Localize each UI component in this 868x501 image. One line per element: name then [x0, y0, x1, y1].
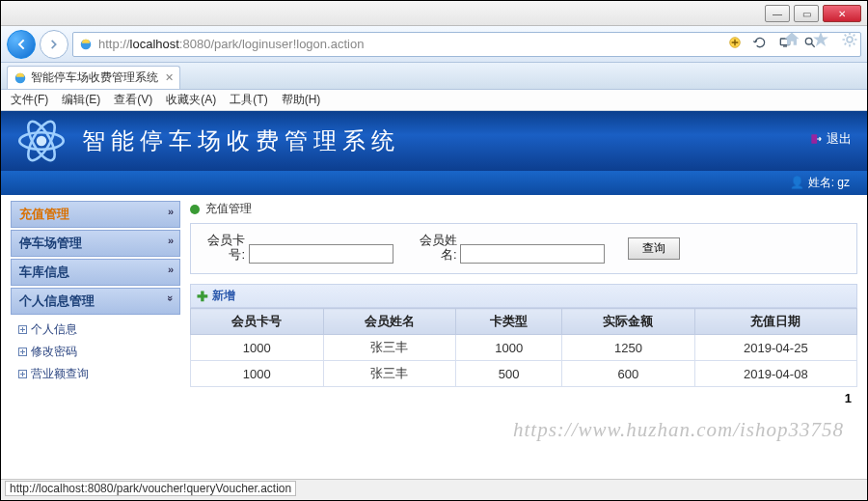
table-cell: 张三丰 — [323, 335, 456, 361]
menu-tools[interactable]: 工具(T) — [230, 92, 267, 108]
pager[interactable]: 1 — [190, 387, 857, 405]
gear-icon[interactable] — [840, 30, 859, 49]
ie-icon — [79, 38, 93, 51]
table-cell: 2019-04-08 — [694, 361, 856, 387]
data-table: 会员卡号会员姓名卡类型实际金额充值日期 1000张三丰100012502019-… — [190, 308, 857, 387]
menu-help[interactable]: 帮助(H) — [282, 92, 321, 108]
label-name: 会员姓名: — [417, 234, 457, 263]
maximize-button[interactable]: ▭ — [794, 5, 819, 22]
table-header: 卡类型 — [456, 309, 562, 335]
plus-icon: ✚ — [197, 289, 208, 304]
sidebar-item-parking[interactable]: 停车场管理» — [11, 230, 180, 257]
query-button[interactable]: 查询 — [628, 237, 680, 260]
app-banner: 智能停车场收费管理系统 退出 — [1, 111, 867, 171]
refresh-icon[interactable] — [751, 34, 769, 51]
crumb-dot-icon — [190, 205, 200, 214]
table-cell: 1000 — [456, 335, 562, 361]
menu-fav[interactable]: 收藏夹(A) — [166, 92, 216, 108]
search-panel: 会员卡号: 会员姓名: 查询 — [190, 223, 857, 274]
svg-rect-10 — [811, 134, 817, 143]
table-cell: 张三丰 — [323, 361, 456, 387]
ie-icon — [14, 71, 27, 85]
table-cell: 1000 — [191, 335, 324, 361]
sidebar-item-personal[interactable]: 个人信息管理» — [11, 288, 180, 315]
back-button[interactable] — [7, 30, 36, 59]
table-cell: 500 — [456, 361, 562, 387]
name-input[interactable] — [460, 244, 605, 264]
sidebar-item-recharge[interactable]: 充值管理» — [11, 201, 180, 228]
menu-view[interactable]: 查看(V) — [114, 92, 152, 108]
logout-icon — [809, 132, 823, 146]
card-input[interactable] — [249, 244, 393, 264]
svg-point-9 — [37, 136, 47, 147]
table-header: 会员卡号 — [191, 309, 324, 335]
window-titlebar: — ▭ ✕ — [1, 1, 867, 26]
table-header: 实际金额 — [562, 309, 695, 335]
add-favorite-icon[interactable] — [726, 34, 744, 51]
user-bar: 👤姓名: gz — [1, 171, 867, 195]
sidebar-item-garage[interactable]: 车库信息» — [11, 259, 180, 286]
table-cell: 2019-04-25 — [694, 335, 856, 361]
tab-label: 智能停车场收费管理系统 — [31, 70, 158, 86]
label-card: 会员卡号: — [204, 234, 245, 263]
tabs-bar: 智能停车场收费管理系统 ✕ — [1, 63, 867, 90]
close-button[interactable]: ✕ — [823, 5, 861, 22]
star-icon[interactable] — [811, 30, 830, 49]
add-new-button[interactable]: ✚新增 — [190, 284, 857, 308]
status-bar: http://localhost:8080/park/voucher!query… — [1, 479, 867, 500]
home-icon[interactable] — [782, 30, 801, 49]
table-header: 会员姓名 — [323, 309, 456, 335]
browser-navbar: http://localhost:8080/park/loginuser!log… — [1, 26, 867, 63]
tab-app[interactable]: 智能停车场收费管理系统 ✕ — [7, 66, 180, 89]
sidebar: 充值管理» 停车场管理» 车库信息» 个人信息管理» 个人信息 修改密码 营业额… — [1, 195, 184, 479]
sidebar-sub-revenue[interactable]: 营业额查询 — [14, 363, 180, 385]
table-cell: 1250 — [562, 335, 695, 361]
table-cell: 600 — [562, 361, 695, 387]
watermark: https://www.huzhan.com/ishop33758 — [513, 418, 844, 442]
system-title: 智能停车场收费管理系统 — [82, 125, 400, 156]
sidebar-sub-password[interactable]: 修改密码 — [14, 341, 180, 363]
menu-file[interactable]: 文件(F) — [11, 92, 48, 108]
logout-link[interactable]: 退出 — [809, 130, 852, 148]
breadcrumb: 充值管理 — [190, 201, 857, 217]
svg-point-4 — [847, 37, 853, 42]
minimize-button[interactable]: — — [765, 5, 790, 22]
forward-button[interactable] — [40, 30, 68, 59]
ie-menubar[interactable]: 文件(F) 编辑(E) 查看(V) 收藏夹(A) 工具(T) 帮助(H) — [1, 90, 867, 111]
table-header: 充值日期 — [694, 309, 856, 335]
logo-atom-icon — [14, 114, 68, 168]
table-row[interactable]: 1000张三丰100012502019-04-25 — [191, 335, 857, 361]
url-text: http://localhost:8080/park/loginuser!log… — [98, 37, 364, 51]
table-row[interactable]: 1000张三丰5006002019-04-08 — [191, 361, 857, 387]
menu-edit[interactable]: 编辑(E) — [62, 92, 100, 108]
table-cell: 1000 — [191, 361, 324, 387]
close-tab-icon[interactable]: ✕ — [165, 71, 174, 84]
sidebar-sub-profile[interactable]: 个人信息 — [14, 319, 180, 341]
